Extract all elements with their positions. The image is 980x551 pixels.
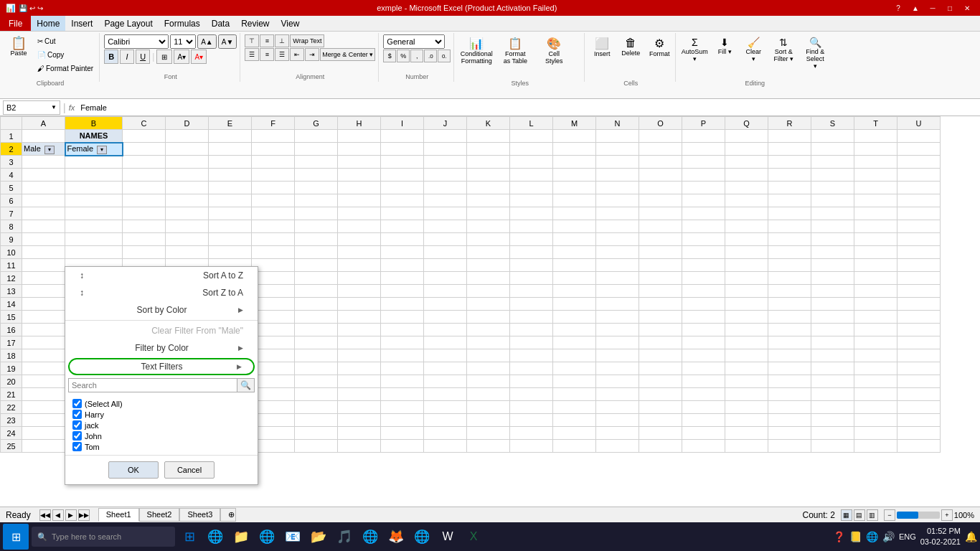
name-box-arrow[interactable]: ▼ xyxy=(51,104,57,110)
menu-review[interactable]: Review xyxy=(235,16,275,31)
taskbar-word[interactable]: W xyxy=(436,525,459,548)
cell-A1[interactable] xyxy=(22,130,65,143)
cell-L2[interactable] xyxy=(510,143,553,156)
page-break-view-btn[interactable]: ▥ xyxy=(867,509,878,521)
paste-btn[interactable]: 📋 Paste xyxy=(4,34,33,76)
col-header-A[interactable]: A xyxy=(22,117,65,130)
merge-center-btn[interactable]: Merge & Center ▾ xyxy=(320,48,375,61)
col-header-O[interactable]: O xyxy=(639,117,682,130)
ok-btn[interactable]: OK xyxy=(108,461,159,479)
cell-G1[interactable] xyxy=(295,130,338,143)
sheet-tab-2[interactable]: Sheet2 xyxy=(139,508,180,522)
cell-G2[interactable] xyxy=(295,143,338,156)
col-header-E[interactable]: E xyxy=(209,117,252,130)
col-header-N[interactable]: N xyxy=(596,117,639,130)
cell-U2[interactable] xyxy=(897,143,941,156)
number-format-select[interactable]: General xyxy=(383,34,445,49)
taskbar-browser[interactable]: 🌐 xyxy=(359,525,382,548)
checkbox-john[interactable]: John xyxy=(71,430,252,441)
checkbox-tom-input[interactable] xyxy=(72,442,82,451)
cell-E1[interactable] xyxy=(209,130,252,143)
bold-btn[interactable]: B xyxy=(104,50,118,64)
find-select-btn[interactable]: 🔍 Find &Select ▾ xyxy=(801,34,829,76)
col-header-F[interactable]: F xyxy=(252,117,295,130)
taskbar-file-explorer[interactable]: 📁 xyxy=(230,525,253,548)
format-btn[interactable]: ⚙ Format xyxy=(646,34,672,76)
col-header-I[interactable]: I xyxy=(381,117,424,130)
text-filters-item[interactable]: Text Filters ▶ xyxy=(68,358,255,375)
cell-K2[interactable] xyxy=(467,143,510,156)
cell-K1[interactable] xyxy=(467,130,510,143)
taskbar-excel[interactable]: X xyxy=(462,525,485,548)
zoom-slider[interactable] xyxy=(897,512,940,519)
checkbox-harry-input[interactable] xyxy=(72,410,82,419)
fill-btn[interactable]: ⬇ Fill ▾ xyxy=(712,34,738,76)
taskbar-volume[interactable]: 🔊 xyxy=(882,531,895,542)
align-middle-btn[interactable]: ≡ xyxy=(260,34,274,47)
clear-filter-item[interactable]: Clear Filter From "Male" xyxy=(65,322,258,339)
format-painter-btn[interactable]: 🖌 Format Painter xyxy=(34,62,96,75)
cell-I1[interactable] xyxy=(381,130,424,143)
sheet-tab-1[interactable]: Sheet1 xyxy=(98,508,139,522)
cell-D1[interactable] xyxy=(166,130,209,143)
sheet-nav-first[interactable]: ◀◀ xyxy=(39,509,51,521)
row-header-14[interactable]: 14 xyxy=(1,298,22,311)
taskbar-chrome[interactable]: 🌐 xyxy=(410,525,433,548)
cell-C1[interactable] xyxy=(123,130,166,143)
cell-A2[interactable]: Male ▾ xyxy=(22,143,65,156)
cell-B2[interactable]: Female ▾ xyxy=(65,143,123,156)
formula-input[interactable] xyxy=(77,100,977,115)
menu-view[interactable]: View xyxy=(275,16,306,31)
cell-H1[interactable] xyxy=(338,130,381,143)
decrease-decimal-btn[interactable]: .0 xyxy=(424,50,437,62)
col-header-C[interactable]: C xyxy=(123,117,166,130)
align-left-btn[interactable]: ☰ xyxy=(245,48,259,61)
cell-O2[interactable] xyxy=(639,143,682,156)
align-right-btn[interactable]: ☰ xyxy=(275,48,289,61)
row-header-1[interactable]: 1 xyxy=(1,130,22,143)
cell-P2[interactable] xyxy=(682,143,725,156)
taskbar-music[interactable]: 🎵 xyxy=(333,525,356,548)
task-view-btn[interactable]: ⊞ xyxy=(178,525,201,548)
row-header-8[interactable]: 8 xyxy=(1,220,22,233)
taskbar-search[interactable]: 🔍 Type here to search xyxy=(32,527,175,547)
border-btn[interactable]: ⊞ xyxy=(156,50,172,64)
minimize-btn[interactable]: ─ xyxy=(925,2,940,14)
zoom-in-btn[interactable]: + xyxy=(941,509,953,521)
filter-by-color-item[interactable]: Filter by Color ▶ xyxy=(65,339,258,357)
col-header-T[interactable]: T xyxy=(854,117,897,130)
cell-N1[interactable] xyxy=(596,130,639,143)
row-header-12[interactable]: 12 xyxy=(1,272,22,285)
row-header-16[interactable]: 16 xyxy=(1,324,22,336)
row-header-21[interactable]: 21 xyxy=(1,388,22,401)
fill-color-btn[interactable]: A▾ xyxy=(174,50,189,64)
col-header-P[interactable]: P xyxy=(682,117,725,130)
row-header-4[interactable]: 4 xyxy=(1,169,22,182)
align-bottom-btn[interactable]: ⊥ xyxy=(275,34,289,47)
row-header-7[interactable]: 7 xyxy=(1,207,22,220)
menu-home[interactable]: Home xyxy=(31,16,65,31)
cell-C2[interactable] xyxy=(123,143,166,156)
cell-I2[interactable] xyxy=(381,143,424,156)
wrap-text-btn[interactable]: Wrap Text xyxy=(290,34,324,47)
col-header-D[interactable]: D xyxy=(166,117,209,130)
sheet-tab-3[interactable]: Sheet3 xyxy=(179,508,220,522)
zoom-out-btn[interactable]: − xyxy=(884,509,895,521)
checkbox-harry[interactable]: Harry xyxy=(71,409,252,420)
row-header-10[interactable]: 10 xyxy=(1,246,22,259)
row-header-22[interactable]: 22 xyxy=(1,401,22,414)
cell-T1[interactable] xyxy=(854,130,897,143)
checkbox-john-input[interactable] xyxy=(72,431,82,441)
row-header-17[interactable]: 17 xyxy=(1,336,22,349)
cell-N2[interactable] xyxy=(596,143,639,156)
taskbar-ie[interactable]: 🌐 xyxy=(255,525,278,548)
cell-U1[interactable] xyxy=(897,130,941,143)
align-center-btn[interactable]: ≡ xyxy=(260,48,274,61)
female-filter-btn[interactable]: ▾ xyxy=(97,146,107,154)
copy-btn[interactable]: 📄 Copy xyxy=(34,48,96,61)
font-increase-btn[interactable]: A▲ xyxy=(197,34,217,49)
row-header-2[interactable]: 2 xyxy=(1,143,22,156)
notification-btn[interactable]: 🔔 xyxy=(965,531,977,542)
row-header-18[interactable]: 18 xyxy=(1,349,22,362)
insert-btn[interactable]: ⬜ Insert xyxy=(589,34,615,76)
